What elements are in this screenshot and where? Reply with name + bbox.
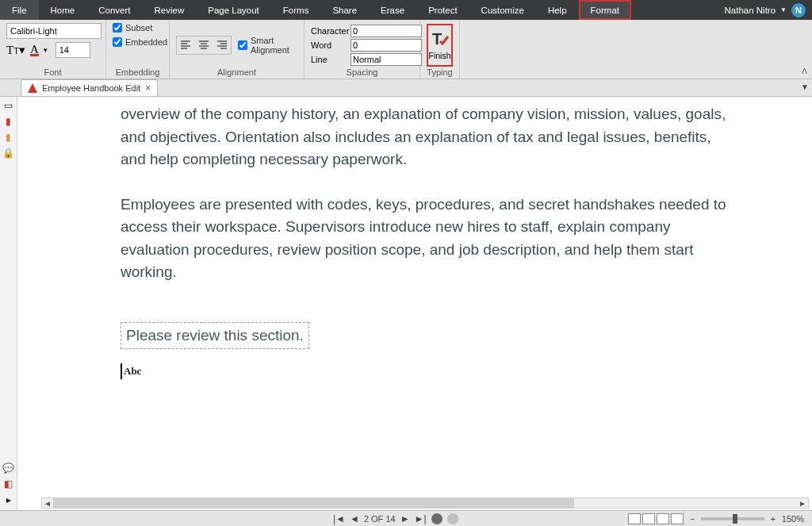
paragraph-1: overview of the company history, an expl… bbox=[121, 103, 734, 171]
finish-icon: T bbox=[431, 30, 450, 49]
zoom-value: 150% bbox=[782, 514, 804, 524]
view-facing-continuous-button[interactable] bbox=[671, 513, 684, 524]
menu-convert[interactable]: Convert bbox=[86, 0, 142, 20]
view-mode-buttons bbox=[628, 513, 684, 524]
tab-title: Employee Handbook Edit bbox=[42, 83, 140, 93]
menu-pagelayout[interactable]: Page Layout bbox=[196, 0, 271, 20]
group-label-typing: Typing bbox=[427, 67, 453, 79]
more-panel-icon[interactable]: ▸ bbox=[3, 494, 14, 505]
label-line: Line bbox=[311, 55, 350, 64]
label-char: Character bbox=[311, 26, 350, 36]
page-nav: |◄ ◄ 2 OF 14 ► ►| bbox=[333, 513, 458, 524]
menu-share[interactable]: Share bbox=[320, 0, 369, 20]
line-spacing-select[interactable] bbox=[350, 53, 422, 66]
ribbon-collapse-button[interactable]: ᐱ bbox=[802, 67, 807, 75]
view-facing-button[interactable] bbox=[657, 513, 669, 524]
tab-employee-handbook[interactable]: Employee Handbook Edit × bbox=[21, 79, 158, 96]
tab-close-button[interactable]: × bbox=[145, 83, 151, 94]
layers-panel-icon[interactable]: ▮ bbox=[3, 132, 14, 143]
menu-forms[interactable]: Forms bbox=[271, 0, 321, 20]
align-center-button[interactable] bbox=[195, 36, 213, 54]
view-continuous-button[interactable] bbox=[642, 513, 655, 524]
page-indicator: 2 OF 14 bbox=[364, 514, 396, 524]
status-bar: |◄ ◄ 2 OF 14 ► ►| − + 150% bbox=[0, 510, 812, 526]
scroll-right-button[interactable]: ► bbox=[797, 499, 808, 508]
attachment-panel-icon[interactable]: ◧ bbox=[3, 478, 14, 490]
view-single-button[interactable] bbox=[628, 513, 641, 524]
text-case-button[interactable]: TT▾ bbox=[6, 43, 25, 57]
left-panel-bar: ▭ ▮ ▮ 🔒 💬 ◧ ▸ bbox=[0, 97, 17, 510]
menu-customize[interactable]: Customize bbox=[469, 0, 536, 20]
group-label-embedding: Embedding bbox=[113, 67, 163, 79]
alignment-buttons bbox=[176, 36, 232, 55]
group-label-alignment: Alignment bbox=[176, 67, 297, 79]
text-cursor-indicator: Abc bbox=[121, 363, 141, 379]
group-label-font: Font bbox=[6, 67, 99, 79]
menu-file[interactable]: File bbox=[0, 0, 39, 20]
expand-tabs-button[interactable]: ▼ bbox=[801, 83, 809, 91]
user-name: Nathan Nitro bbox=[725, 6, 776, 15]
document-tabs: Employee Handbook Edit × ▼ bbox=[0, 79, 812, 97]
embedded-checkbox[interactable]: Embedded bbox=[113, 37, 167, 47]
menu-help[interactable]: Help bbox=[536, 0, 579, 20]
user-menu[interactable]: Nathan Nitro ▼ N bbox=[725, 3, 812, 17]
group-label-spacing: Spacing bbox=[311, 67, 413, 79]
prev-view-button[interactable] bbox=[431, 513, 442, 524]
align-right-button[interactable] bbox=[213, 36, 231, 54]
document-content: overview of the company history, an expl… bbox=[41, 97, 798, 382]
prev-page-button[interactable]: ◄ bbox=[350, 513, 359, 524]
menu-home[interactable]: Home bbox=[39, 0, 87, 20]
comment-panel-icon[interactable]: 💬 bbox=[3, 463, 14, 474]
svg-text:T: T bbox=[432, 30, 442, 48]
next-page-button[interactable]: ► bbox=[400, 513, 410, 524]
ribbon: TT▾ A▾ Font Subset Embedded Embedding Sm… bbox=[0, 20, 812, 79]
finish-button[interactable]: T Finish bbox=[427, 24, 453, 67]
menu-review[interactable]: Review bbox=[143, 0, 197, 20]
bookmarks-panel-icon[interactable]: ▮ bbox=[3, 116, 14, 127]
main-area: ▭ ▮ ▮ 🔒 💬 ◧ ▸ overview of the company hi… bbox=[0, 97, 812, 510]
last-page-button[interactable]: ►| bbox=[415, 513, 427, 524]
font-size-select[interactable] bbox=[56, 42, 90, 58]
word-spacing-input[interactable] bbox=[350, 39, 422, 52]
scroll-thumb[interactable] bbox=[53, 498, 574, 508]
paragraph-2: Employees are presented with codes, keys… bbox=[121, 194, 734, 284]
subset-checkbox[interactable]: Subset bbox=[113, 23, 152, 33]
zoom-control: − + 150% bbox=[688, 514, 804, 524]
group-embedding: Subset Embedded Embedding bbox=[106, 20, 170, 79]
group-typing: T Finish Typing bbox=[420, 20, 460, 79]
zoom-in-button[interactable]: + bbox=[769, 514, 777, 524]
scroll-left-button[interactable]: ◄ bbox=[42, 499, 53, 508]
character-spacing-input[interactable] bbox=[350, 25, 422, 37]
smart-alignment-checkbox[interactable]: Smart Alignment bbox=[238, 36, 297, 55]
group-spacing: Character Word Line Spacing bbox=[304, 20, 420, 79]
menu-erase[interactable]: Erase bbox=[369, 0, 416, 20]
document-viewport[interactable]: overview of the company history, an expl… bbox=[17, 97, 812, 510]
text-edit-box[interactable]: Please review this section. bbox=[121, 322, 309, 350]
avatar: N bbox=[791, 3, 806, 17]
align-left-button[interactable] bbox=[177, 36, 194, 54]
security-panel-icon[interactable]: 🔒 bbox=[3, 148, 14, 159]
menu-protect[interactable]: Protect bbox=[416, 0, 469, 20]
chevron-down-icon: ▼ bbox=[780, 6, 787, 13]
font-color-button[interactable]: A bbox=[30, 44, 39, 56]
label-word: Word bbox=[311, 40, 350, 50]
zoom-slider[interactable] bbox=[701, 517, 764, 520]
first-page-button[interactable]: |◄ bbox=[333, 513, 345, 524]
next-view-button[interactable] bbox=[447, 513, 458, 524]
zoom-out-button[interactable]: − bbox=[688, 514, 696, 524]
menu-format[interactable]: Format bbox=[579, 0, 631, 20]
document-icon bbox=[28, 83, 37, 93]
menubar: File Home Convert Review Page Layout For… bbox=[0, 0, 812, 20]
group-font: TT▾ A▾ Font bbox=[0, 20, 106, 79]
font-name-select[interactable] bbox=[6, 23, 102, 39]
pages-panel-icon[interactable]: ▭ bbox=[3, 100, 14, 111]
horizontal-scrollbar[interactable]: ◄ ► bbox=[41, 497, 809, 509]
group-alignment: Smart Alignment Alignment bbox=[170, 20, 304, 79]
finish-label: Finish bbox=[428, 51, 450, 60]
